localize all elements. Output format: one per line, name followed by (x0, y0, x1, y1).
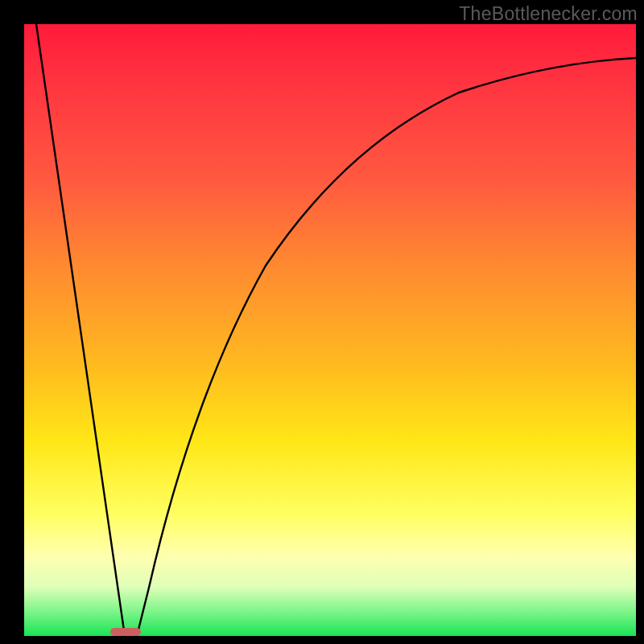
curve-right-segment (137, 58, 636, 636)
chart-frame: TheBottlenecker.com (0, 0, 644, 644)
optimal-range-marker (110, 628, 141, 636)
watermark-text: TheBottlenecker.com (459, 3, 638, 25)
curve-left-segment (36, 24, 125, 636)
bottleneck-curve (24, 24, 636, 636)
plot-area (24, 24, 636, 636)
